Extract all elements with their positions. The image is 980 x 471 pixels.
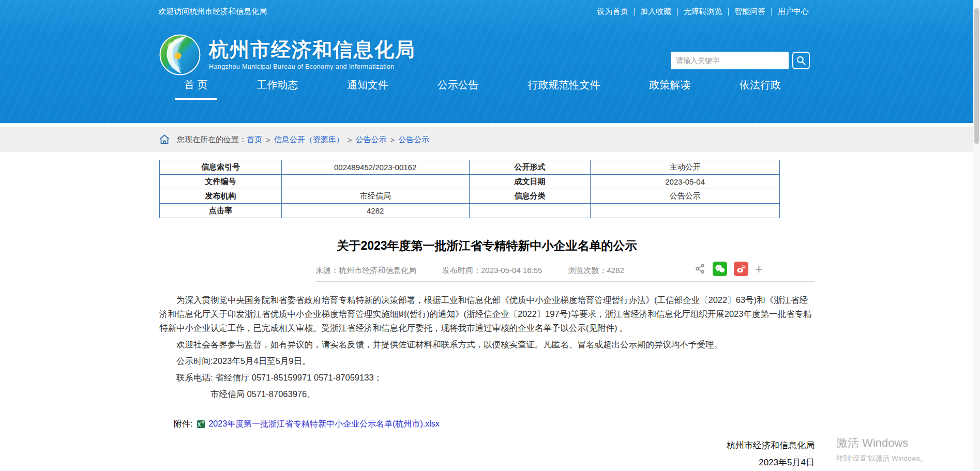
breadcrumb-separator: > — [266, 135, 270, 144]
breadcrumb-link-announcements[interactable]: 公告公示 — [356, 135, 387, 145]
open-form-value: 主动公开 — [591, 160, 780, 175]
paragraph: 公示时间:2023年5月4日至5月9日。 — [159, 354, 815, 368]
nav-item-work-news[interactable]: 工作动态 — [247, 71, 307, 100]
nav-item-home[interactable]: 首 页 — [175, 71, 217, 100]
nav-item-administrative-documents[interactable]: 行政规范性文件 — [519, 71, 610, 100]
category-label: 信息分类 — [469, 189, 591, 204]
nav-item-notices[interactable]: 通知文件 — [338, 71, 398, 100]
article-signature: 杭州市经济和信息化局 2023年5月4日 — [159, 437, 815, 471]
topbar-link-smart-qa[interactable]: 智能问答 — [734, 7, 765, 17]
document-info-table: 信息索引号 002489452/2023-00162 公开形式 主动公开 文件编… — [159, 160, 780, 218]
signature-org: 杭州市经济和信息化局 — [159, 437, 815, 454]
paragraph: 为深入贯彻党中央国务院和省委省政府培育专精特新的决策部署，根据工业和信息化部《优… — [159, 293, 815, 335]
topbar-link-favorite[interactable]: 加入收藏 — [640, 7, 671, 17]
article: 关于2023年度第一批浙江省专精特新中小企业名单的公示 来源：杭州市经济和信息化… — [159, 238, 815, 471]
table-row: 发布机构 市经信局 信息分类 公告公示 — [160, 189, 780, 204]
attachment-label: 附件: — [174, 419, 192, 430]
article-meta: 来源：杭州市经济和信息化局 发布时间：2023-05-04 16:55 浏览次数… — [159, 263, 815, 278]
topbar-separator: | — [728, 7, 730, 16]
info-index-label: 信息索引号 — [160, 160, 282, 175]
paragraph: 市经信局 0571-87063976。 — [159, 387, 815, 401]
breadcrumb-link-info-disclosure[interactable]: 信息公开（资源库） — [274, 135, 344, 145]
breadcrumb: 您现在所在的位置： 首页 > 信息公开（资源库） > 公告公示 > 公告公示 — [0, 127, 973, 152]
publisher-label: 发布机构 — [160, 189, 282, 204]
paragraph: 联系电话: 省经信厅 0571-85159971 0571-87059133； — [159, 371, 815, 385]
topbar-link-set-home[interactable]: 设为首页 — [597, 7, 628, 17]
nav-item-public-announcements[interactable]: 公示公告 — [428, 71, 488, 100]
main-nav: 首 页 工作动态 通知文件 公示公告 行政规范性文件 政策解读 依法行政 — [175, 71, 790, 100]
signature-date: 2023年5月4日 — [159, 454, 815, 471]
open-form-label: 公开形式 — [469, 160, 591, 175]
topbar-separator: | — [676, 7, 679, 16]
site-header: 欢迎访问杭州市经济和信息化局 设为首页 | 加入收藏 | 无障碍浏览 | 智能问… — [0, 0, 973, 123]
scrollbar-track[interactable] — [973, 0, 980, 471]
topbar-link-user-center[interactable]: 用户中心 — [778, 7, 809, 17]
welcome-text: 欢迎访问杭州市经济和信息化局 — [158, 7, 267, 17]
topbar: 欢迎访问杭州市经济和信息化局 设为首页 | 加入收藏 | 无障碍浏览 | 智能问… — [0, 0, 973, 23]
windows-activation-watermark: 激活 Windows 转到“设置”以激活 Windows。 — [836, 435, 927, 463]
nav-item-policy-interpretation[interactable]: 政策解读 — [640, 71, 700, 100]
doc-number-label: 文件编号 — [160, 175, 282, 189]
breadcrumb-link-home[interactable]: 首页 — [247, 135, 262, 145]
empty-cell — [469, 204, 591, 218]
info-index-value: 002489452/2023-00162 — [281, 160, 469, 175]
attachment-row: 附件: X 2023年度第一批浙江省专精特新中小企业公示名单(杭州市).xlsx — [159, 419, 815, 430]
pubtime-field: 发布时间：2023-05-04 16:55 — [442, 266, 542, 276]
main-content: 信息索引号 002489452/2023-00162 公开形式 主动公开 文件编… — [0, 160, 817, 471]
breadcrumb-separator: > — [390, 135, 395, 144]
share-toolbar: + — [695, 262, 763, 276]
more-share-icon[interactable]: + — [755, 262, 763, 276]
paragraph: 欢迎社会各界参与监督，如有异议的，请实名反馈，并提供佐证材料和联系方式，以便核实… — [159, 338, 815, 352]
divider — [315, 281, 815, 282]
site-search — [671, 52, 810, 69]
category-value: 公告公示 — [591, 189, 780, 204]
topbar-link-accessibility[interactable]: 无障碍浏览 — [684, 7, 722, 17]
empty-cell — [591, 204, 780, 218]
scrollbar-thumb[interactable] — [974, 8, 979, 144]
search-input[interactable] — [671, 52, 789, 69]
site-title: 杭州市经济和信息化局 — [209, 39, 416, 61]
watermark-subtitle: 转到“设置”以激活 Windows。 — [836, 454, 927, 463]
excel-file-icon: X — [197, 420, 205, 429]
site-brand: 杭州市经济和信息化局 Hangzhou Municipal Bureau of … — [159, 34, 416, 75]
wechat-share-icon[interactable] — [713, 262, 727, 276]
topbar-separator: | — [633, 7, 635, 16]
breadcrumb-prefix: 您现在所在的位置： — [177, 135, 247, 145]
site-subtitle: Hangzhou Municipal Bureau of Economy and… — [209, 63, 416, 70]
home-icon — [158, 133, 171, 146]
topbar-separator: | — [771, 7, 773, 16]
weibo-share-icon[interactable] — [734, 262, 748, 276]
table-row: 文件编号 成文日期 2023-05-04 — [160, 175, 780, 189]
search-icon — [796, 55, 806, 66]
table-row: 信息索引号 002489452/2023-00162 公开形式 主动公开 — [160, 160, 780, 175]
issue-date-value: 2023-05-04 — [591, 175, 780, 189]
page-title: 关于2023年度第一批浙江省专精特新中小企业名单的公示 — [159, 238, 815, 254]
topbar-links: 设为首页 | 加入收藏 | 无障碍浏览 | 智能问答 | 用户中心 — [597, 7, 809, 17]
watermark-title: 激活 Windows — [836, 435, 927, 451]
bureau-logo-globe-icon — [159, 34, 201, 75]
search-button[interactable] — [792, 52, 810, 69]
svg-text:X: X — [198, 422, 201, 428]
site-titles: 杭州市经济和信息化局 Hangzhou Municipal Bureau of … — [209, 39, 416, 71]
attachment-link[interactable]: 2023年度第一批浙江省专精特新中小企业公示名单(杭州市).xlsx — [208, 419, 439, 430]
issue-date-label: 成文日期 — [469, 175, 591, 189]
page: 欢迎访问杭州市经济和信息化局 设为首页 | 加入收藏 | 无障碍浏览 | 智能问… — [0, 0, 973, 471]
publisher-value: 市经信局 — [281, 189, 469, 204]
share-icon[interactable] — [695, 263, 706, 275]
hits-value: 4282 — [281, 204, 469, 218]
nav-item-law-administration[interactable]: 依法行政 — [730, 71, 790, 100]
doc-number-value — [281, 175, 469, 189]
breadcrumb-link-announcements-current[interactable]: 公告公示 — [398, 135, 429, 145]
table-row: 点击率 4282 — [160, 204, 780, 218]
breadcrumb-separator: > — [348, 135, 352, 144]
article-body: 为深入贯彻党中央国务院和省委省政府培育专精特新的决策部署，根据工业和信息化部《优… — [159, 293, 815, 401]
hits-label: 点击率 — [160, 204, 282, 218]
source-field: 来源：杭州市经济和信息化局 — [315, 266, 416, 276]
views-field: 浏览次数：4282 — [568, 266, 624, 276]
